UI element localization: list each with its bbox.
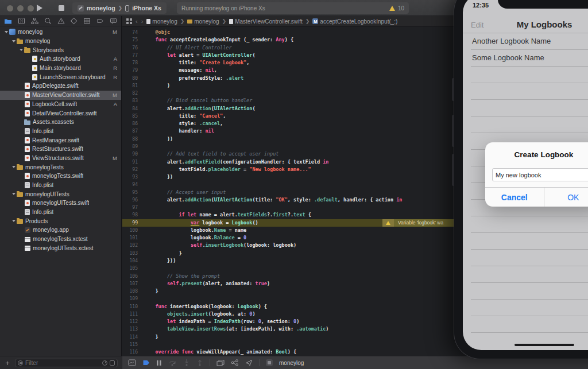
tree-item-storyboards[interactable]: Storyboards bbox=[0, 45, 121, 55]
line-number[interactable]: 88 bbox=[122, 135, 138, 143]
tree-item-moneyloguitests[interactable]: moneylogUITests bbox=[0, 189, 121, 199]
debug-navigator-icon[interactable] bbox=[83, 17, 91, 25]
warning-count[interactable]: 10 bbox=[398, 5, 404, 11]
running-app-icon[interactable] bbox=[266, 359, 273, 366]
line-number[interactable]: 77 bbox=[122, 52, 138, 59]
logbook-name-input[interactable]: My new logbook bbox=[492, 168, 588, 181]
disclosure-triangle[interactable] bbox=[11, 218, 17, 224]
source-control-navigator-icon[interactable] bbox=[18, 17, 25, 25]
line-number[interactable]: 92 bbox=[122, 166, 138, 173]
line-number[interactable]: 86 bbox=[122, 120, 138, 127]
disclosure-triangle[interactable] bbox=[11, 164, 17, 170]
tree-item-restmanager-swift[interactable]: RestManager.swift bbox=[0, 135, 121, 145]
find-navigator-icon[interactable] bbox=[44, 17, 52, 25]
tree-item-info-plist[interactable]: Info.plist bbox=[0, 181, 121, 190]
tree-item-assets-xcassets[interactable]: Assets.xcassets bbox=[0, 118, 121, 127]
ok-button[interactable]: OK bbox=[544, 188, 588, 207]
tree-item-moneylog[interactable]: moneylogM bbox=[0, 28, 121, 37]
breadcrumb-item[interactable]: MasterViewController.swift bbox=[229, 18, 303, 25]
line-number[interactable]: 97 bbox=[122, 204, 138, 211]
tree-item-moneylog-app[interactable]: moneylog.app bbox=[0, 226, 121, 235]
line-number[interactable]: 96 bbox=[122, 196, 138, 204]
disclosure-triangle[interactable] bbox=[3, 29, 9, 35]
test-navigator-icon[interactable] bbox=[70, 17, 78, 25]
line-number[interactable]: 114 bbox=[122, 333, 138, 341]
line-number[interactable]: 110 bbox=[122, 303, 138, 310]
tree-item-viewstructures-swift[interactable]: ViewStructures.swiftM bbox=[0, 154, 121, 163]
line-number[interactable]: 115 bbox=[122, 341, 138, 348]
line-number[interactable]: 111 bbox=[122, 310, 138, 318]
tree-item-moneyloguitests-xctest[interactable]: moneylogUITests.xctest bbox=[0, 244, 121, 253]
line-number[interactable]: 81 bbox=[122, 82, 138, 90]
scm-filter-icon[interactable] bbox=[110, 360, 115, 366]
forward-button[interactable]: › bbox=[141, 18, 144, 24]
breakpoint-navigator-icon[interactable] bbox=[96, 17, 104, 25]
line-number[interactable]: 106 bbox=[122, 273, 138, 280]
line-number[interactable]: 74 bbox=[122, 29, 138, 36]
run-button[interactable] bbox=[37, 5, 42, 11]
tree-item-reststructures-swift[interactable]: RestStructures.swift bbox=[0, 145, 121, 154]
list-item[interactable]: Some Logbook Name bbox=[472, 49, 588, 66]
tree-item-products[interactable]: Products bbox=[0, 216, 121, 226]
tree-item-info-plist[interactable]: Info.plist bbox=[0, 127, 121, 136]
list-item[interactable]: Another Logbook Name bbox=[472, 33, 588, 49]
line-number[interactable]: 83 bbox=[122, 97, 138, 104]
line-number[interactable]: 112 bbox=[122, 318, 138, 325]
line-number[interactable]: 79 bbox=[122, 67, 138, 74]
disclosure-triangle[interactable] bbox=[11, 191, 17, 197]
line-number[interactable]: 99 bbox=[122, 219, 138, 227]
step-over-icon[interactable] bbox=[168, 359, 177, 366]
line-number[interactable]: 105 bbox=[122, 265, 138, 272]
line-number[interactable]: 94 bbox=[122, 181, 138, 188]
pause-icon[interactable] bbox=[156, 360, 162, 366]
line-number[interactable]: 108 bbox=[122, 288, 138, 295]
filter-field[interactable]: Filter bbox=[15, 359, 118, 367]
tree-item-appdelegate-swift[interactable]: AppDelegate.swift bbox=[0, 81, 121, 91]
tree-item-moneyloguitests-swift[interactable]: moneylogUITests.swift bbox=[0, 199, 121, 208]
line-number[interactable]: 113 bbox=[122, 325, 138, 333]
running-app-label[interactable]: moneylog bbox=[279, 360, 304, 366]
tree-item-detailviewcontroller-swift[interactable]: DetailViewController.swift bbox=[0, 108, 121, 118]
line-number[interactable]: 101 bbox=[122, 234, 138, 242]
tree-item-logbookcell-swift[interactable]: LogbookCell.swiftA bbox=[0, 100, 121, 109]
traffic-light-minimize[interactable] bbox=[17, 5, 24, 11]
memory-graph-icon[interactable] bbox=[231, 359, 239, 366]
line-number[interactable]: 95 bbox=[122, 189, 138, 196]
line-number[interactable]: 103 bbox=[122, 250, 138, 257]
warning-triangle-icon[interactable] bbox=[389, 6, 395, 11]
line-number[interactable]: 102 bbox=[122, 242, 138, 249]
breadcrumb-item[interactable]: moneylog bbox=[187, 18, 219, 25]
line-number[interactable]: 75 bbox=[122, 36, 138, 44]
line-number[interactable]: 76 bbox=[122, 44, 138, 52]
line-number[interactable]: 116 bbox=[122, 348, 138, 356]
home-indicator[interactable] bbox=[514, 344, 574, 346]
line-number[interactable]: 91 bbox=[122, 158, 138, 166]
line-number[interactable]: 87 bbox=[122, 127, 138, 135]
console-toggle-icon[interactable] bbox=[128, 359, 136, 366]
line-number[interactable]: 82 bbox=[122, 90, 138, 97]
view-hierarchy-icon[interactable] bbox=[216, 359, 225, 366]
traffic-light-close[interactable] bbox=[7, 5, 13, 11]
cancel-button[interactable]: Cancel bbox=[485, 188, 544, 207]
line-number[interactable]: 89 bbox=[122, 143, 138, 150]
recent-files-icon[interactable] bbox=[102, 360, 107, 366]
tree-item-moneylogtests-swift[interactable]: moneylogTests.swift bbox=[0, 172, 121, 181]
simulate-location-icon[interactable] bbox=[245, 359, 253, 366]
line-number[interactable]: 80 bbox=[122, 75, 138, 82]
back-button[interactable]: ‹ bbox=[136, 18, 138, 24]
tree-item-masterviewcontroller-swift[interactable]: MasterViewController.swiftM bbox=[0, 91, 121, 100]
line-number[interactable]: 85 bbox=[122, 112, 138, 120]
disclosure-triangle[interactable] bbox=[18, 47, 24, 53]
line-number[interactable]: 109 bbox=[122, 295, 138, 302]
symbol-navigator-icon[interactable] bbox=[31, 17, 38, 25]
traffic-light-zoom[interactable] bbox=[28, 5, 34, 11]
related-items-icon[interactable] bbox=[126, 18, 132, 24]
tree-item-auth-storyboard[interactable]: Auth.storyboardA bbox=[0, 55, 121, 64]
line-number[interactable]: 107 bbox=[122, 280, 138, 288]
stop-button[interactable] bbox=[59, 5, 64, 11]
breakpoints-toggle-icon[interactable] bbox=[142, 359, 150, 366]
breadcrumb-item[interactable]: MacceptCreateLogbookInput(_:) bbox=[312, 18, 397, 25]
add-file-button[interactable]: + bbox=[0, 356, 15, 369]
tree-item-launchscreen-storyboard[interactable]: LaunchScreen.storyboardR bbox=[0, 72, 121, 81]
report-navigator-icon[interactable] bbox=[110, 17, 117, 25]
